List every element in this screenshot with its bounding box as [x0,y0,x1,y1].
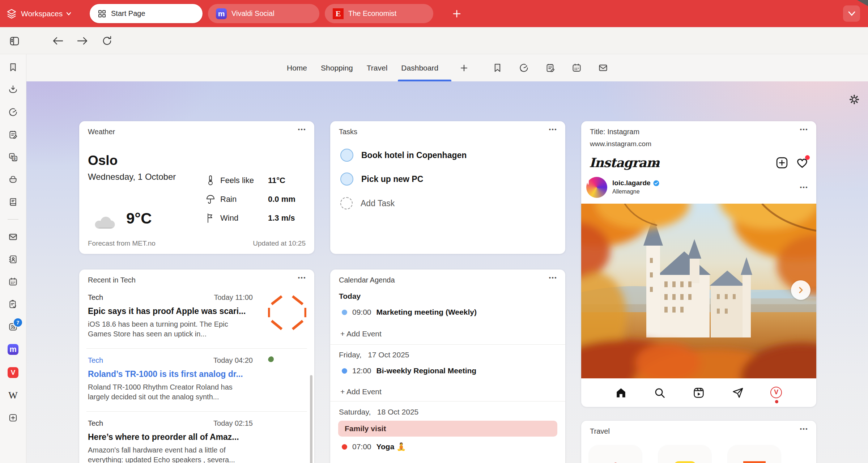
travel-speed-dial-3[interactable]: K [728,445,780,463]
vivaldi-logo-icon [6,8,17,20]
history-bar-icon[interactable] [519,63,529,73]
nav-tab-home[interactable]: Home [287,64,307,72]
calendar-bar-icon[interactable] [571,63,582,73]
travel-speed-dial-1[interactable] [589,445,642,463]
economist-favicon-icon: E [333,8,344,19]
start-page-nav: Home Shopping Travel Dashboard [26,54,868,81]
divider [330,401,565,402]
widget-url: www.instagram.com [590,140,651,148]
amazon-devices-thumbnail [268,419,306,458]
rain-value: 0.0 mm [268,195,295,204]
add-nav-page-button[interactable] [459,63,469,73]
forward-button[interactable] [76,34,89,47]
speed-dial-grid-icon [98,9,106,18]
vivaldi-panel-icon[interactable]: V [8,367,18,378]
nav-tab-travel[interactable]: Travel [367,64,388,72]
workspaces-button[interactable]: Workspaces [6,0,71,27]
mastodon-panel-icon[interactable]: m [8,344,18,355]
downloads-icon[interactable] [8,85,18,95]
tab-list-dropdown-button[interactable] [843,5,860,22]
carousel-next-button[interactable] [791,280,810,300]
bookmarks-icon[interactable] [8,62,18,72]
sessions-icon[interactable] [8,174,18,184]
tab-the-economist[interactable]: E The Economist [325,4,433,23]
task-item[interactable]: Book hotel in Copenhagen [340,149,467,162]
contacts-icon[interactable] [8,254,18,264]
instagram-bottom-nav: V [581,378,816,407]
back-button[interactable] [51,34,64,47]
feels-like-value: 11°C [268,176,285,185]
nav-tab-dashboard[interactable]: Dashboard [401,64,438,72]
instagram-header-bar: Instagram [581,152,816,176]
notes-bar-icon[interactable] [545,63,556,73]
tab-start-page[interactable]: Start Page [90,4,203,23]
panel-sidebar: A 文 [0,54,26,463]
weather-updated: Updated at 10:25 [253,239,306,247]
calendar-event[interactable]: 07:00 Yoga 🧘 [342,442,406,451]
widget-menu-icon[interactable] [800,426,808,432]
calendar-icon[interactable] [8,277,18,287]
all-day-event-banner[interactable]: Family visit [338,421,557,437]
kiwi-k-icon: K [743,461,766,463]
reading-list-icon[interactable] [8,197,18,207]
reels-icon[interactable] [693,387,705,399]
roland-thumbnail [268,356,306,395]
feeds-icon[interactable]: 7 [8,322,18,332]
news-scrollbar[interactable] [310,375,312,463]
weather-city: Oslo [88,153,118,168]
widget-menu-icon[interactable] [549,275,557,281]
weather-temp: 9°C [126,210,152,227]
news-item[interactable]: Tech Today 04:20 Roland’s TR-1000 is its… [79,356,314,411]
weather-widget: Weather Oslo Wednesday, 1 October 9°C Fe… [79,121,314,254]
widget-menu-icon[interactable] [549,126,557,132]
calendar-widget: Calendar Agenda Today 09:00 Marketing me… [330,269,565,463]
tasks-icon[interactable] [8,299,18,309]
search-icon[interactable] [654,387,666,399]
wikipedia-panel-icon[interactable]: W [8,390,18,400]
create-post-icon[interactable] [775,156,789,170]
home-icon[interactable] [615,387,627,399]
notifications-heart-icon[interactable] [795,156,809,170]
add-event-button[interactable]: + Add Event [340,387,382,396]
panel-toggle-button[interactable] [8,34,21,47]
widget-title: Calendar Agenda [339,276,395,284]
dashboard-settings-gear-icon[interactable] [848,93,860,106]
tab-vivaldi-social[interactable]: m Vivaldi Social [208,4,319,23]
mail-icon[interactable] [8,232,18,242]
post-menu-icon[interactable] [800,184,808,190]
nav-tab-shopping[interactable]: Shopping [321,64,353,72]
calendar-event[interactable]: 09:00 Marketing meeting (Weekly) [342,308,477,317]
news-item[interactable]: Tech Today 02:15 Here’s where to preorde… [79,419,314,463]
history-icon[interactable] [8,107,18,117]
wind-flag-icon [206,213,215,224]
notes-icon[interactable] [8,129,18,140]
share-dm-icon[interactable] [732,387,744,399]
divider [330,344,565,345]
mail-bar-icon[interactable] [598,63,608,73]
add-task-row[interactable]: Add Task [340,197,395,209]
post-username[interactable]: loic.lagarde [612,179,659,187]
event-color-dot [342,444,347,450]
widget-title: Travel [590,427,610,436]
task-item[interactable]: Pick up new PC [340,173,423,186]
story-ring-avatar[interactable] [586,177,607,198]
translate-icon[interactable]: A 文 [8,152,18,162]
calendar-event[interactable]: 12:00 Bi-weekly Regional Meeting [342,366,476,375]
widget-menu-icon[interactable] [298,275,306,281]
add-event-button[interactable]: + Add Event [340,330,382,338]
news-item[interactable]: Tech Today 11:00 Epic says it has proof … [79,293,314,348]
task-checkbox[interactable] [340,149,353,162]
task-checkbox[interactable] [340,173,353,186]
profile-vivaldi-icon[interactable]: V [770,387,783,399]
chevron-down-icon[interactable] [654,162,659,166]
calendar-day-header: Friday, 17 Oct 2025 [339,351,409,359]
widget-title: Title: Instagram [590,128,639,136]
reload-button[interactable] [101,34,114,47]
red-travel-logo-icon [605,461,626,463]
widget-menu-icon[interactable] [298,126,306,132]
new-tab-button[interactable] [450,7,463,20]
add-panel-icon[interactable] [8,413,18,423]
bookmarks-bar-icon[interactable] [492,63,503,73]
travel-speed-dial-2[interactable] [659,445,711,463]
widget-menu-icon[interactable] [800,126,808,132]
